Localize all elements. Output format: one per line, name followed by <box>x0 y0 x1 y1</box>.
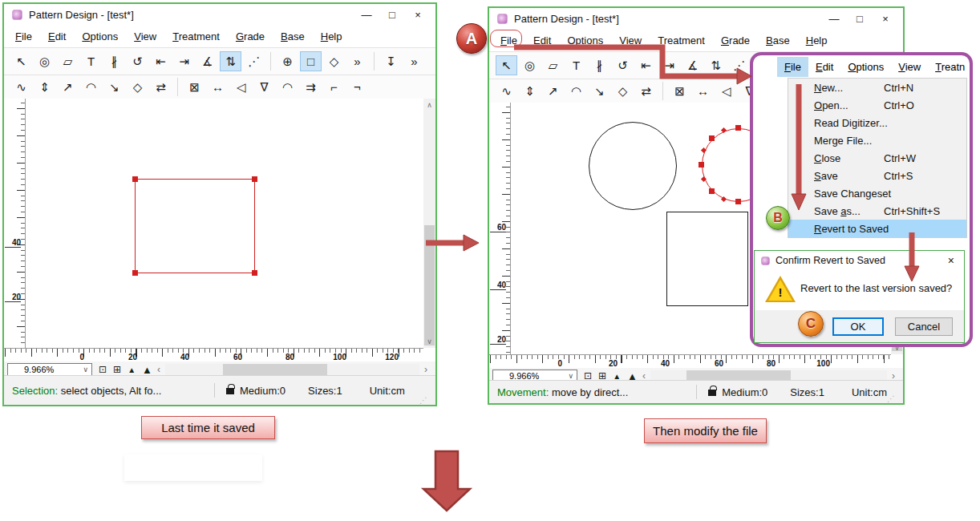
menu-edit[interactable]: Edit <box>40 27 74 46</box>
menu-file[interactable]: File <box>777 57 808 77</box>
menu-item-save-changeset[interactable]: Save Changeset <box>788 184 966 202</box>
menu-item-merge-file[interactable]: Merge File... <box>788 131 966 149</box>
menu-file[interactable]: File <box>7 27 40 46</box>
red-rectangle-shape[interactable] <box>135 179 255 273</box>
curve-adjust-tool-button[interactable]: ∿ <box>496 81 517 101</box>
measure-tool-button[interactable]: ▱ <box>542 55 564 75</box>
menu-grade[interactable]: Grade <box>228 27 273 46</box>
dart-spread-tool-button[interactable]: ∇ <box>253 77 275 97</box>
segment-move-tool-button[interactable]: ↘ <box>589 81 610 101</box>
menu-item-new[interactable]: New...Ctrl+N <box>788 79 966 96</box>
dart-left-tool-button[interactable]: ◁ <box>715 81 737 101</box>
menu-help[interactable]: Help <box>313 27 350 46</box>
notch-swap-tool-button[interactable]: ⇄ <box>635 81 657 101</box>
circle-tool-button[interactable]: ⊕ <box>277 51 298 71</box>
menu-edit[interactable]: Edit <box>525 31 559 50</box>
close-button[interactable]: × <box>873 10 898 28</box>
menu-grade[interactable]: Grade <box>713 31 758 50</box>
dialog-titlebar[interactable]: Confirm Revert to Saved × <box>755 251 964 270</box>
fit-view-icon[interactable]: ⊞ <box>113 364 121 375</box>
dart-fold-tool-button[interactable]: ◇ <box>612 81 634 101</box>
close-button[interactable]: × <box>405 6 431 24</box>
point-move-tool-button[interactable]: ↗ <box>542 81 564 101</box>
maximize-button[interactable]: □ <box>847 10 873 28</box>
more-tools-2-button[interactable]: » <box>403 51 425 71</box>
edit-point-tool-button[interactable]: ⇅ <box>220 51 241 71</box>
zoom-out-preview-icon[interactable]: ▲ <box>613 372 621 381</box>
menu-item-revert-to-saved[interactable]: Revert to Saved <box>788 220 966 237</box>
menu-item-open[interactable]: Open...Ctrl+O <box>788 96 966 114</box>
dart-rotate-tool-button[interactable]: ◠ <box>277 77 298 97</box>
resize-grip-icon[interactable]: ⋰ <box>419 396 427 405</box>
arc-adjust-tool-button[interactable]: ◠ <box>80 77 102 97</box>
horizontal-scrollbar[interactable] <box>165 364 419 375</box>
menu-item-close[interactable]: CloseCtrl+W <box>788 149 966 167</box>
menu-item-save-as[interactable]: Save as...Ctrl+Shift+S <box>788 202 966 220</box>
move-y-tool-button[interactable]: ⇥ <box>658 55 680 75</box>
menu-treatment[interactable]: Treatment <box>650 31 713 50</box>
move-y-tool-button[interactable]: ⇥ <box>173 51 195 71</box>
vertical-scrollbar[interactable]: ∧ ∨ <box>423 99 435 348</box>
fan-spread-tool-button[interactable]: ⇉ <box>300 77 322 97</box>
more-tools-button[interactable]: » <box>346 51 368 71</box>
menu-treatn[interactable]: Treatn <box>928 57 970 77</box>
menu-base[interactable]: Base <box>758 31 798 50</box>
resize-grip-icon[interactable]: ⋰ <box>887 394 895 403</box>
circle-handle[interactable] <box>735 125 741 131</box>
menu-item-read-digitizer[interactable]: Read Digitizer... <box>788 114 966 131</box>
menu-edit[interactable]: Edit <box>808 57 840 77</box>
notch-swap-tool-button[interactable]: ⇄ <box>150 77 172 97</box>
trim-tool-button[interactable]: ∦ <box>589 55 610 75</box>
black-circle-shape[interactable] <box>589 122 677 210</box>
segment-move-tool-button[interactable]: ↘ <box>103 77 125 97</box>
zoom-tool-button[interactable]: ◎ <box>519 55 541 75</box>
text-tool-button[interactable]: T <box>80 51 102 71</box>
select-tool-button[interactable]: ↖ <box>496 55 517 75</box>
menu-options[interactable]: Options <box>559 31 611 50</box>
circle-handle[interactable] <box>735 199 741 204</box>
menu-options[interactable]: Options <box>840 57 891 77</box>
corner-line-tool-button[interactable]: ¬ <box>346 77 368 97</box>
mirror-tool-button[interactable]: ⊠ <box>184 77 205 97</box>
rectangle-tool-button[interactable]: □ <box>300 51 322 71</box>
move-x-tool-button[interactable]: ⇤ <box>150 51 172 71</box>
text-tool-button[interactable]: T <box>565 55 587 75</box>
corner-handle[interactable] <box>132 176 138 182</box>
menu-item-save[interactable]: SaveCtrl+S <box>788 167 966 184</box>
zoom-out-preview-icon[interactable]: ▲ <box>128 366 136 374</box>
trim-tool-button[interactable]: ∦ <box>103 51 125 71</box>
corner-handle[interactable] <box>252 270 257 276</box>
menu-help[interactable]: Help <box>798 31 836 50</box>
minimize-button[interactable]: — <box>821 10 847 28</box>
length-adjust-tool-button[interactable]: ↔ <box>207 77 229 97</box>
menu-view[interactable]: View <box>126 27 164 46</box>
rotate-tool-button[interactable]: ↺ <box>127 51 148 71</box>
combo-chevron-icon[interactable]: ∨ <box>83 366 91 374</box>
point-move-tool-button[interactable]: ↗ <box>57 77 79 97</box>
dashed-line-tool-button[interactable]: ⋰ <box>728 55 750 75</box>
titlebar[interactable]: Pattern Design - [test*] — □ × <box>4 4 435 26</box>
circle-handle[interactable] <box>709 135 715 141</box>
vertical-scroll-thumb[interactable] <box>424 225 435 345</box>
dashed-line-tool-button[interactable]: ⋰ <box>243 51 265 71</box>
length-adjust-tool-button[interactable]: ↔ <box>692 81 714 101</box>
menu-options[interactable]: Options <box>74 27 126 46</box>
curve-adjust-tool-button[interactable]: ∿ <box>10 77 32 97</box>
corner-handle[interactable] <box>252 176 257 182</box>
minimize-button[interactable]: — <box>354 6 379 24</box>
zoom-level-combo[interactable]: 9.966% ∨ <box>7 363 92 377</box>
maximize-button[interactable]: □ <box>379 6 405 24</box>
dialog-close-button[interactable]: × <box>945 254 958 267</box>
edit-point-tool-button[interactable]: ⇅ <box>705 55 727 75</box>
circle-handle[interactable] <box>709 188 715 194</box>
polygon-tool-button[interactable]: ◇ <box>323 51 345 71</box>
cancel-button[interactable]: Cancel <box>895 317 953 336</box>
scroll-down-icon[interactable]: ∨ <box>423 337 435 345</box>
menu-view[interactable]: View <box>891 57 928 77</box>
seam-allowance-tool-button[interactable]: ⇕ <box>519 81 541 101</box>
menu-base[interactable]: Base <box>273 27 313 46</box>
titlebar[interactable]: Pattern Design - [test*] — □ × <box>489 8 903 30</box>
circle-handle[interactable] <box>699 162 704 168</box>
rotate-tool-button[interactable]: ↺ <box>612 55 634 75</box>
menu-view[interactable]: View <box>611 31 650 50</box>
